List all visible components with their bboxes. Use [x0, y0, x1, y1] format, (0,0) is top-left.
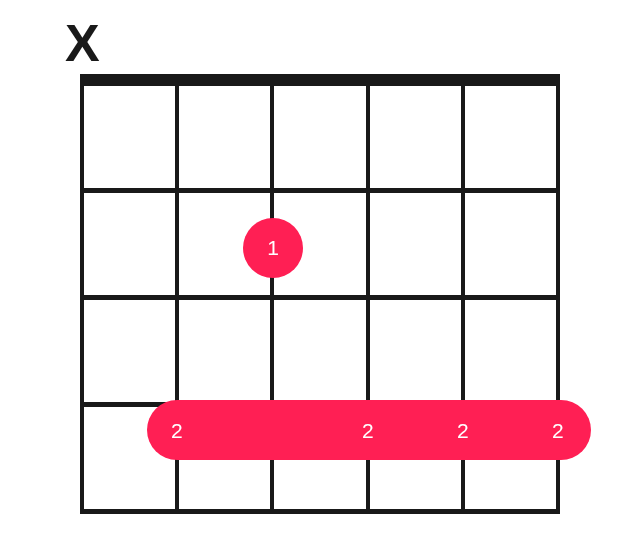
fret-2	[80, 295, 560, 300]
finger-dot-label: 1	[267, 236, 279, 260]
chord-diagram: X 1 2 2 2 2	[0, 0, 640, 560]
nut	[80, 74, 560, 86]
fret-4	[80, 509, 560, 514]
string-6	[80, 74, 84, 514]
mute-marker-string-6: X	[65, 17, 100, 69]
finger-dot-1: 1	[243, 218, 303, 278]
barre-label-s5: 2	[457, 420, 469, 441]
fret-1	[80, 188, 560, 193]
barre-label-s6: 2	[552, 420, 564, 441]
barre-label-s2: 2	[171, 420, 183, 441]
barre-label-s4: 2	[362, 420, 374, 441]
